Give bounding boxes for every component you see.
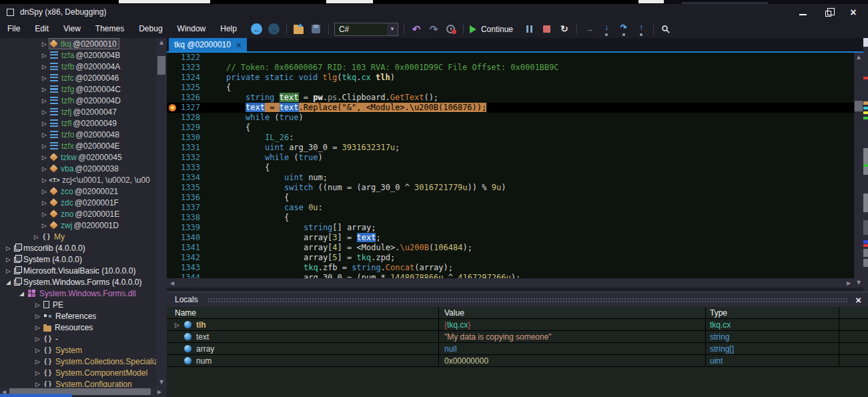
- tree-item[interactable]: ▷System (4.0.0.0): [0, 254, 167, 265]
- column-header-value[interactable]: Value: [439, 307, 706, 318]
- code-line-1342[interactable]: 1342array[5] = tkq.zpd;: [167, 253, 854, 263]
- restore-button[interactable]: [817, 5, 839, 20]
- tree-item-label[interactable]: -: [42, 333, 62, 344]
- tree-item[interactable]: ▷tzfl @02000049: [0, 117, 167, 129]
- tree-item-label[interactable]: tzfa @0200004B: [49, 49, 123, 61]
- tree-item-label[interactable]: My: [41, 231, 69, 242]
- local-value[interactable]: null: [439, 343, 706, 354]
- code-line-1337[interactable]: 1337case 0u:: [167, 203, 854, 213]
- breakpoint-gutter[interactable]: [167, 163, 179, 173]
- tree-item-label[interactable]: tzfg @0200004C: [49, 83, 123, 95]
- tree-item[interactable]: ◢System.Windows.Forms (4.0.0.0): [0, 276, 167, 288]
- expander-collapsed-icon[interactable]: ▷: [40, 97, 49, 104]
- history-button[interactable]: [443, 21, 459, 37]
- tree-item[interactable]: ▷System.Collections.Specializ: [0, 356, 167, 367]
- undo-button[interactable]: ↶: [408, 21, 424, 37]
- menu-themes[interactable]: Themes: [88, 20, 131, 38]
- tree-item-label[interactable]: tzfj @02000047: [49, 106, 119, 117]
- tab-close-icon[interactable]: ×: [236, 41, 242, 49]
- expander-collapsed-icon[interactable]: ▷: [40, 86, 49, 93]
- tree-item-label[interactable]: PE: [42, 299, 67, 310]
- navigate-forward-button[interactable]: →: [266, 21, 282, 37]
- code-line-1322[interactable]: 1322: [167, 53, 854, 63]
- expander-collapsed-icon[interactable]: ▷: [40, 52, 49, 59]
- code-line-1331[interactable]: 1331uint arg_30_0 = 3931632317u;: [167, 143, 854, 153]
- code-line-1339[interactable]: 1339string[] array;: [167, 223, 854, 233]
- locals-row-array[interactable]: arraynullstring[]: [167, 343, 868, 355]
- expander-collapsed-icon[interactable]: ▷: [32, 234, 41, 240]
- restart-button[interactable]: ↻: [556, 21, 572, 37]
- tree-item[interactable]: ▷mscorlib (4.0.0.0): [0, 242, 167, 254]
- expander-collapsed-icon[interactable]: ▷: [40, 75, 49, 81]
- tree-item-label[interactable]: tkq @02000010: [49, 38, 119, 49]
- tree-item-label[interactable]: tzfo @02000048: [49, 129, 122, 140]
- tree-item-label[interactable]: vba @02000038: [49, 163, 121, 174]
- breakpoint-gutter[interactable]: [167, 123, 179, 133]
- tree-item-label[interactable]: System.ComponentModel: [42, 367, 151, 378]
- tree-item[interactable]: ▷tzfo @02000048: [0, 129, 167, 140]
- breakpoint-gutter[interactable]: [167, 263, 179, 273]
- code-line-1335[interactable]: 1335switch ((num = (arg_30_0 ^ 301672177…: [167, 183, 854, 193]
- expander-collapsed-icon[interactable]: ▷: [33, 347, 42, 354]
- breakpoint-gutter[interactable]: [167, 213, 179, 223]
- column-header-name[interactable]: Name: [167, 307, 439, 318]
- continue-button[interactable]: Continue: [470, 21, 513, 37]
- expander-collapsed-icon[interactable]: ▷: [4, 245, 13, 252]
- tree-item[interactable]: ◢System.Windows.Forms.dll: [0, 288, 167, 299]
- expander-collapsed-icon[interactable]: ▷: [40, 177, 49, 183]
- scroll-down-icon[interactable]: ▼: [854, 280, 863, 286]
- expander-collapsed-icon[interactable]: ▷: [40, 165, 49, 172]
- close-button[interactable]: ×: [843, 5, 864, 20]
- tree-item[interactable]: ▷tzfh @0200004D: [0, 95, 167, 106]
- breakpoint-gutter[interactable]: [167, 253, 179, 263]
- expander-collapsed-icon[interactable]: ▷: [175, 322, 184, 328]
- breakpoint-gutter[interactable]: [167, 203, 179, 213]
- code-line-1323[interactable]: 1323// Token: 0x06000067 RID: 103 RVA: 0…: [167, 63, 854, 73]
- code-line-1344[interactable]: 1344arg_30_0 = (num * 1448078866u ^ 4167…: [167, 273, 854, 278]
- tree-item[interactable]: ▷zwj @0200001D: [0, 220, 167, 231]
- locals-row-text[interactable]: text"My data is copying someone"string: [167, 331, 868, 343]
- current-statement-breakpoint-icon[interactable]: [169, 104, 176, 111]
- tree-item-label[interactable]: tzfx @0200004E: [49, 140, 123, 151]
- locals-row-tlh[interactable]: ▷tlh{tkq.cx}tkq.cx: [167, 319, 868, 331]
- breakpoint-gutter[interactable]: [167, 193, 179, 203]
- tree-item[interactable]: ▷tzfa @0200004B: [0, 49, 167, 61]
- menu-window[interactable]: Window: [170, 20, 213, 38]
- tree-item[interactable]: ▷tkq @02000010: [0, 38, 167, 49]
- expander-collapsed-icon[interactable]: ▷: [33, 381, 42, 388]
- editor-vertical-scrollbar[interactable]: ▲ ▼: [854, 53, 863, 288]
- breakpoint-gutter[interactable]: [167, 183, 179, 193]
- navigate-back-button[interactable]: ←: [249, 21, 265, 37]
- tree-item-label[interactable]: zco @02000021: [49, 185, 121, 197]
- menu-file[interactable]: File: [0, 20, 27, 38]
- expander-collapsed-icon[interactable]: ▷: [40, 188, 49, 195]
- tree-item[interactable]: ▷System.ComponentModel: [0, 367, 167, 378]
- tree-item[interactable]: ▷tzfg @0200004C: [0, 83, 167, 95]
- breakpoint-gutter[interactable]: [167, 73, 179, 83]
- tree-item-label[interactable]: System (4.0.0.0): [13, 254, 86, 265]
- breakpoint-gutter[interactable]: [167, 223, 179, 233]
- breakpoint-gutter[interactable]: [167, 83, 179, 93]
- tree-item-label[interactable]: tzkw @02000045: [49, 151, 125, 163]
- tree-item[interactable]: ▷tzfj @02000047: [0, 106, 167, 117]
- menu-debug[interactable]: Debug: [131, 20, 169, 38]
- expander-collapsed-icon[interactable]: ▷: [33, 370, 42, 376]
- expander-expanded-icon[interactable]: ◢: [17, 290, 26, 297]
- tree-item-label[interactable]: Resources: [42, 322, 97, 333]
- tree-item-label[interactable]: tzfl @02000049: [49, 117, 119, 129]
- tree-item-label[interactable]: zno @0200001E: [49, 208, 122, 220]
- local-value[interactable]: {tkq.cx}: [439, 319, 706, 330]
- code-line-1327[interactable]: 1327text = text.Replace("&", <Module>.\u…: [167, 103, 854, 113]
- menu-help[interactable]: Help: [213, 20, 244, 38]
- step-over-button[interactable]: ↷: [616, 21, 632, 37]
- tree-item[interactable]: ▷System: [0, 344, 167, 356]
- scroll-down-icon[interactable]: ▼: [156, 379, 167, 386]
- save-module-button[interactable]: [308, 21, 324, 37]
- tab-tkq[interactable]: tkq @02000010 ×: [169, 38, 247, 51]
- scroll-right-icon[interactable]: ▶: [845, 280, 853, 287]
- tree-item-label[interactable]: zcj<\u0001, \u0002, \u00: [49, 174, 154, 185]
- breakpoint-gutter[interactable]: [167, 143, 179, 153]
- tree-item-label[interactable]: zwj @0200001D: [49, 220, 121, 231]
- minimize-button[interactable]: [792, 5, 813, 20]
- code-line-1341[interactable]: 1341array[4] = <Module>.\u200B(106484);: [167, 243, 854, 253]
